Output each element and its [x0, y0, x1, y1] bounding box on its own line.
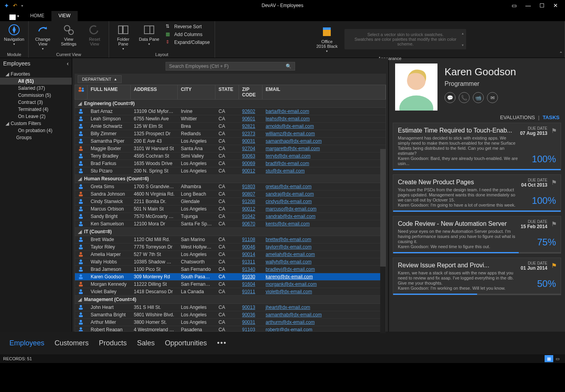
zip-link[interactable]: 92373	[239, 130, 262, 137]
task-card[interactable]: Create New Product PagesDUE DATE04 Oct 2…	[393, 174, 561, 212]
grid-body[interactable]: ◢ Engineering (Count=9)Bart Arnaz13109 O…	[75, 100, 386, 332]
sidebar-item[interactable]: ◢ Favorites	[0, 71, 72, 78]
skin-picker-button[interactable]: Office 2016 Black ▾	[313, 25, 341, 53]
zip-link[interactable]: 91103	[239, 326, 262, 332]
email-link[interactable]: robertr@dx-email.com	[262, 326, 386, 332]
group-panel[interactable]: DEPARTMENT▲	[75, 74, 386, 85]
email-link[interactable]: sandraj@dx-email.com	[262, 191, 386, 198]
data-pane-button[interactable]: Data Pane ▾	[138, 23, 160, 46]
table-row[interactable]: Violet Bailey1418 Descanso DrLa CanadaCA…	[75, 288, 386, 296]
email-link[interactable]: morgank@dx-email.com	[262, 281, 386, 288]
collapse-ribbon-icon[interactable]: ⌃	[559, 51, 563, 56]
header-zip[interactable]: ZIP CODE	[239, 85, 262, 99]
email-link[interactable]: marcuso@dx-email.com	[262, 205, 386, 212]
tasks-list[interactable]: Estimate Time Required to Touch-Enab...D…	[389, 123, 565, 332]
zip-link[interactable]: 93063	[239, 152, 262, 160]
group-row[interactable]: ◢ Engineering (Count=9)	[75, 100, 386, 108]
zip-link[interactable]: 91108	[239, 236, 262, 243]
table-row[interactable]: Robert Reagan4 Westmoreland Pl.PasadenaC…	[75, 326, 386, 332]
folder-pane-button[interactable]: Folder Pane ▾	[112, 23, 134, 51]
email-link[interactable]: terryb@dx-email.com	[262, 152, 386, 160]
header-fullname[interactable]: FULL NAME	[87, 85, 131, 99]
minimize-icon[interactable]: —	[525, 2, 531, 9]
table-row[interactable]: Stu Pizaro200 N. Spring StLos AngelesCA9…	[75, 167, 386, 175]
collapse-sidebar-icon[interactable]: ‹	[67, 60, 69, 67]
zip-link[interactable]: 91803	[239, 183, 262, 190]
email-link[interactable]: brettw@dx-email.com	[262, 236, 386, 243]
zip-link[interactable]: 90601	[239, 115, 262, 122]
zip-link[interactable]: 90807	[239, 191, 262, 198]
sidebar-item[interactable]: ◢ Custom Filters	[0, 120, 72, 127]
email-link[interactable]: samanthab@dx-email.com	[262, 311, 386, 318]
zip-link[interactable]: 90012	[239, 205, 262, 212]
flag-icon[interactable]: ⚑	[551, 179, 557, 186]
email-link[interactable]: ameliah@dx-email.com	[262, 251, 386, 258]
email-link[interactable]: leahs@dx-email.com	[262, 115, 386, 122]
nav-sales[interactable]: Sales	[137, 339, 155, 347]
zip-link[interactable]: 91311	[239, 258, 262, 265]
zip-link[interactable]: 91604	[239, 281, 262, 288]
qat-undo-icon[interactable]: ↶	[13, 3, 17, 9]
flag-icon[interactable]: ⚑	[551, 220, 557, 228]
tab-tasks[interactable]: TASKS	[543, 114, 560, 120]
table-row[interactable]: Marcus Orbison501 N Main StLos AngelesCA…	[75, 205, 386, 213]
table-row[interactable]: Wally Hobbs10385 Shadow Oak DrChatsworth…	[75, 258, 386, 266]
tab-view[interactable]: VIEW	[51, 11, 78, 21]
email-link[interactable]: margaretb@dx-email.com	[262, 145, 386, 152]
email-link[interactable]: bradf@dx-email.com	[262, 160, 386, 167]
table-row[interactable]: Arthur Miller3800 Homer St.Los AngelesCA…	[75, 319, 386, 326]
search-input[interactable]: Search Employees (Ctrl + F) 🔍	[166, 62, 295, 71]
table-row[interactable]: Ken Samuelson12100 Mora DrSanta Fe Sprin…	[75, 220, 386, 228]
swatch-palette[interactable]: Select a vector skin to unlock swatches.…	[344, 29, 466, 49]
email-link[interactable]: arthurm@dx-email.com	[262, 319, 386, 326]
group-row[interactable]: ◢ IT (Count=8)	[75, 228, 386, 236]
email-link[interactable]: gretas@dx-email.com	[262, 183, 386, 190]
group-chip-department[interactable]: DEPARTMENT▲	[78, 75, 122, 83]
table-row[interactable]: Taylor Riley7776 Torreyson DrWest Hollyw…	[75, 243, 386, 251]
zip-link[interactable]: 92602	[239, 108, 262, 115]
email-link[interactable]: wallyh@dx-email.com	[262, 258, 386, 265]
ribbon-display-icon[interactable]: ▭	[512, 2, 517, 9]
view-settings-button[interactable]: View Settings	[58, 23, 80, 46]
header-icon[interactable]	[75, 85, 87, 99]
email-link[interactable]: kareng@dx-email.com	[262, 273, 386, 280]
zip-link[interactable]: 91011	[239, 288, 262, 295]
maximize-icon[interactable]: ☐	[539, 2, 545, 9]
file-menu-button[interactable]: ▾	[5, 11, 23, 21]
zip-link[interactable]: 91042	[239, 213, 262, 220]
table-row[interactable]: Leah Simpson6755 Newlin AveWhittierCA906…	[75, 115, 386, 123]
table-row[interactable]: Samantha Piper200 E Ave 43Los AngelesCA9…	[75, 138, 386, 145]
zip-link[interactable]: 92704	[239, 145, 262, 152]
sidebar-item[interactable]: All (51)	[0, 78, 72, 85]
mail-icon[interactable]: ✉	[487, 92, 498, 103]
view-mode-grid-icon[interactable]: ▦	[545, 355, 553, 362]
sidebar-item[interactable]: Commission (5)	[0, 92, 72, 99]
table-row[interactable]: Maggie Boxter3101 W Harvard StSanta AnaC…	[75, 145, 386, 152]
flag-icon[interactable]: ⚑	[551, 262, 557, 269]
table-row[interactable]: Brad Jameson1100 Pico StSan FernandoCA91…	[75, 266, 386, 273]
table-row[interactable]: Cindy Stanwick2211 Bonita Dr.GlendaleCA9…	[75, 198, 386, 205]
navigation-button[interactable]: Navigation ▾	[3, 23, 25, 46]
email-link[interactable]: williamz@dx-email.com	[262, 130, 386, 137]
tab-home[interactable]: HOME	[23, 11, 51, 21]
zip-link[interactable]: 91208	[239, 198, 262, 205]
zip-link[interactable]: 90031	[239, 138, 262, 145]
zip-link[interactable]: 90014	[239, 251, 262, 258]
zip-link[interactable]: 91030	[239, 273, 262, 280]
table-row[interactable]: Arnie Schwartz125 W Elm StBreaCA92821arn…	[75, 123, 386, 130]
zip-link[interactable]: 90013	[239, 304, 262, 311]
qat-dropdown-icon[interactable]: ▾	[21, 4, 23, 8]
nav-opportunities[interactable]: Opportunities	[165, 339, 207, 347]
header-email[interactable]: EMAIL	[262, 85, 386, 99]
table-row[interactable]: Greta Sims1700 S Grandview Dr.AlhambraCA…	[75, 183, 386, 191]
zip-link[interactable]: 90046	[239, 243, 262, 250]
sidebar-item[interactable]: ◢ Groups	[0, 134, 72, 141]
video-icon[interactable]: 📹	[473, 92, 484, 103]
tab-evaluations[interactable]: EVALUATIONS	[500, 114, 535, 120]
header-address[interactable]: ADDRESS	[131, 85, 178, 99]
table-row[interactable]: Sandra Johnson4600 N Virginia Rd.Long Be…	[75, 191, 386, 198]
task-card[interactable]: Code Review - New Automation ServerDUE D…	[393, 216, 561, 254]
group-row[interactable]: ◢ Human Resources (Count=6)	[75, 175, 386, 183]
table-row[interactable]: Amelia Harper527 W 7th StLos AngelesCA90…	[75, 251, 386, 258]
scrollbar-thumb[interactable]	[380, 149, 386, 267]
